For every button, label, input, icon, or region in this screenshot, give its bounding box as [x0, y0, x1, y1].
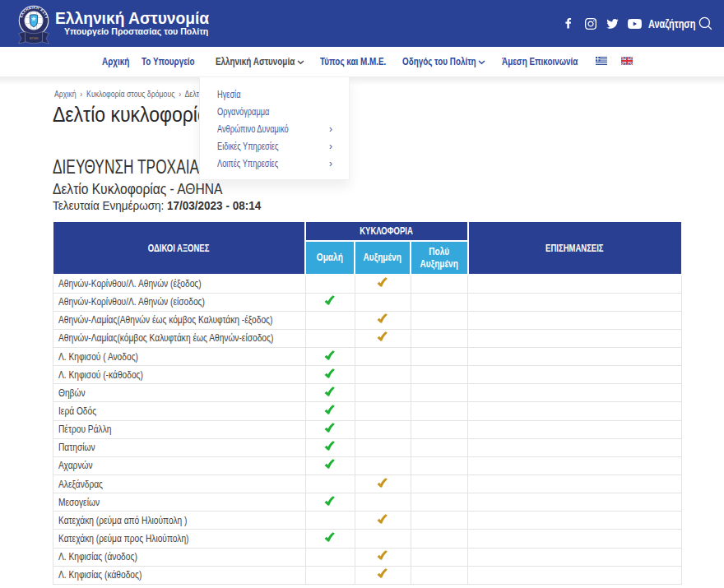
svg-text:ΨΥΧΗΙ: ΨΥΧΗΙ	[30, 37, 39, 40]
